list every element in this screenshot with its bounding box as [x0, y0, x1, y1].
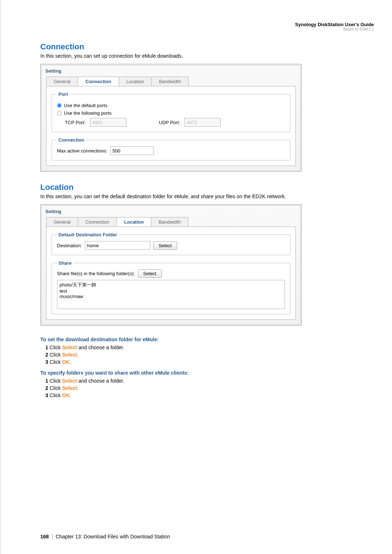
page-header: Synology DiskStation User's Guide Based … — [40, 22, 374, 31]
tcp-port-input[interactable] — [90, 118, 126, 127]
port-fieldset: Port Use the default ports Use the follo… — [52, 91, 290, 132]
tab-general[interactable]: General — [46, 77, 78, 86]
based-on-label: Based on DSM 3.1 — [40, 27, 374, 31]
destination-fieldset: Default Destination Folder Destination: … — [52, 232, 290, 255]
screenshot-location: Setting General Connection Location Band… — [40, 204, 302, 326]
guide-title: Synology DiskStation User's Guide — [40, 22, 374, 27]
udp-port-label: UDP Port: — [159, 120, 180, 125]
tab-bar-2: General Connection Location Bandwidth — [42, 217, 300, 227]
tab-bar: General Connection Location Bandwidth — [42, 77, 300, 86]
max-conn-label: Max active connections: — [57, 148, 107, 154]
tab-location[interactable]: Location — [119, 77, 152, 86]
tab-location-2[interactable]: Location — [117, 217, 151, 227]
share-select-button[interactable]: Select — [138, 269, 162, 278]
share-label: Share file(s) in the following folder(s)… — [57, 271, 135, 276]
page-container: Synology DiskStation User's Guide Based … — [0, 0, 392, 554]
tab-body: Port Use the default ports Use the follo… — [46, 86, 296, 166]
share-folder-list[interactable]: photo/天下第一帥 test music/maw — [57, 280, 285, 309]
list-item: 3Click OK. — [40, 359, 374, 365]
port-legend: Port — [57, 91, 69, 97]
tab-connection[interactable]: Connection — [78, 77, 119, 86]
radio-following-label: Use the following ports — [64, 110, 112, 116]
tab-bandwidth-2[interactable]: Bandwidth — [151, 217, 188, 227]
share-legend: Share — [57, 260, 73, 266]
list-item: 3Click OK. — [40, 392, 374, 398]
connection-legend: Connection — [57, 137, 86, 143]
connection-fieldset: Connection Max active connections: — [52, 137, 290, 160]
screenshot-connection: Setting General Connection Location Band… — [40, 64, 302, 172]
tab-body-2: Default Destination Folder Destination: … — [46, 227, 296, 320]
connection-desc: In this section, you can set up connecti… — [40, 53, 374, 59]
udp-port-input[interactable] — [184, 118, 221, 127]
share-fieldset: Share Share file(s) in the following fol… — [52, 260, 290, 314]
page-number: 168 — [40, 534, 49, 539]
list-item: 2Click Select. — [40, 352, 374, 358]
radio-default-ports[interactable] — [57, 103, 62, 108]
list-item: 1Click Select and choose a folder. — [40, 345, 374, 350]
destination-input[interactable] — [85, 241, 150, 250]
destination-select-button[interactable]: Select — [153, 241, 177, 250]
list-item: 1Click Select and choose a folder. — [40, 378, 374, 384]
instr2-list: 1Click Select and choose a folder. 2Clic… — [40, 378, 374, 398]
tcp-port-label: TCP Port: — [65, 120, 86, 125]
chapter-label: Chapter 13: Download Files with Download… — [52, 534, 170, 539]
page-footer: 168 Chapter 13: Download Files with Down… — [40, 534, 170, 539]
location-heading: Location — [40, 183, 374, 192]
instr1-list: 1Click Select and choose a folder. 2Clic… — [40, 345, 374, 365]
instr1-heading: To set the download destination folder f… — [40, 337, 374, 342]
window-title-2: Setting — [42, 206, 300, 217]
window-title: Setting — [42, 65, 300, 77]
max-conn-input[interactable] — [110, 146, 154, 155]
radio-default-label: Use the default ports — [64, 103, 107, 108]
location-desc: In this section, you can set the default… — [40, 194, 374, 199]
list-item: 2Click Select. — [40, 385, 374, 391]
tab-connection-2[interactable]: Connection — [78, 217, 117, 227]
destination-label: Destination: — [57, 243, 82, 248]
connection-heading: Connection — [40, 42, 374, 52]
destination-legend: Default Destination Folder — [57, 232, 119, 237]
tab-general-2[interactable]: General — [46, 217, 78, 227]
radio-following-ports[interactable] — [57, 111, 62, 115]
instr2-heading: To specify folders you want to share wit… — [40, 370, 374, 376]
tab-bandwidth[interactable]: Bandwidth — [151, 77, 189, 86]
